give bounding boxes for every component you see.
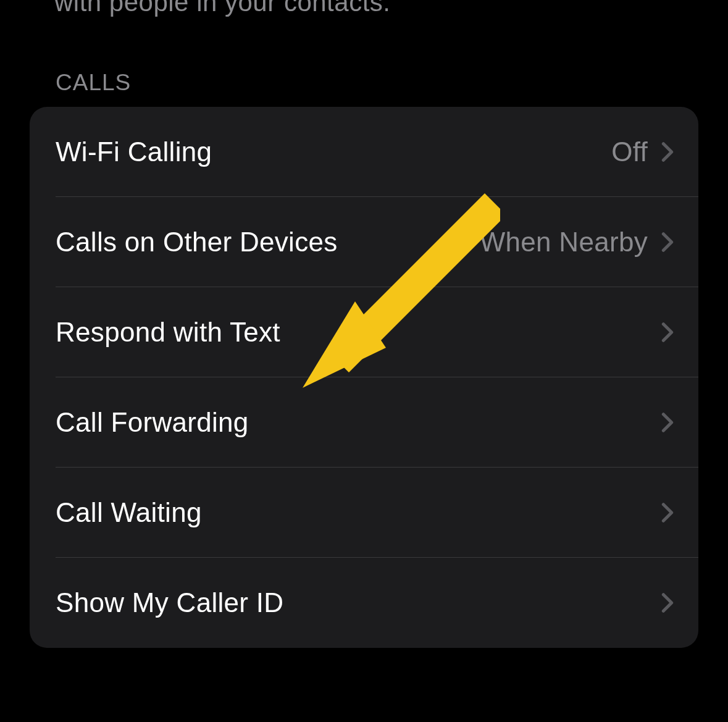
row-label: Wi-Fi Calling bbox=[56, 136, 611, 167]
calls-other-devices-row[interactable]: Calls on Other Devices When Nearby bbox=[30, 197, 698, 287]
row-label: Respond with Text bbox=[56, 317, 661, 348]
description-text: with people in your contacts. bbox=[0, 0, 728, 17]
row-label: Call Forwarding bbox=[56, 407, 661, 438]
calls-settings-group: Wi-Fi Calling Off Calls on Other Devices… bbox=[30, 107, 698, 648]
call-forwarding-row[interactable]: Call Forwarding bbox=[30, 377, 698, 468]
show-caller-id-row[interactable]: Show My Caller ID bbox=[30, 558, 698, 648]
chevron-right-icon bbox=[661, 141, 674, 162]
chevron-right-icon bbox=[661, 322, 674, 343]
call-waiting-row[interactable]: Call Waiting bbox=[30, 468, 698, 558]
section-header-calls: CALLS bbox=[0, 17, 728, 107]
row-label: Calls on Other Devices bbox=[56, 227, 480, 258]
chevron-right-icon bbox=[661, 502, 674, 523]
row-label: Show My Caller ID bbox=[56, 587, 661, 618]
wifi-calling-row[interactable]: Wi-Fi Calling Off bbox=[30, 107, 698, 197]
chevron-right-icon bbox=[661, 592, 674, 613]
chevron-right-icon bbox=[661, 232, 674, 253]
row-label: Call Waiting bbox=[56, 497, 661, 528]
row-value: When Nearby bbox=[480, 227, 648, 258]
row-value: Off bbox=[611, 136, 648, 167]
chevron-right-icon bbox=[661, 412, 674, 433]
respond-with-text-row[interactable]: Respond with Text bbox=[30, 287, 698, 377]
